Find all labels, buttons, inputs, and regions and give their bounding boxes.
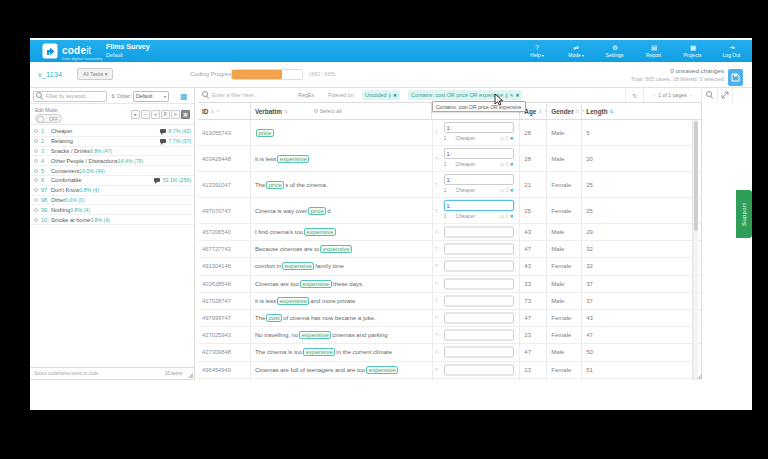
code-target-icon[interactable]: ◎ bbox=[500, 214, 504, 219]
code-select-radio[interactable] bbox=[34, 188, 38, 192]
code-target-icon[interactable]: ◎ bbox=[500, 188, 504, 193]
save-button[interactable] bbox=[728, 69, 743, 86]
table-row[interactable]: 413391047 The prices of the cinema. ⚐ 1:… bbox=[198, 172, 701, 198]
pause-filter-icon[interactable]: ∥ bbox=[389, 93, 391, 98]
code-entry-input[interactable]: 1: bbox=[444, 364, 514, 375]
nav-item[interactable]: ▤ Report bbox=[642, 44, 666, 59]
variable-link[interactable]: v_1134 bbox=[38, 70, 62, 79]
codeframe-tool-button[interactable]: ≡ bbox=[171, 110, 180, 119]
sort-icon[interactable]: ⇅ bbox=[284, 109, 288, 114]
table-row[interactable]: ⚐ 1: 1 Cheaper ◎0✖ bbox=[198, 379, 701, 380]
sort-icon-active[interactable]: ⇅ bbox=[610, 109, 614, 114]
select-all-radio[interactable] bbox=[314, 109, 318, 113]
codeframe-item[interactable]: 1 Cheaper 8.7% (42) bbox=[30, 127, 194, 137]
prev-page-icon[interactable]: ‹ bbox=[653, 92, 655, 98]
code-entry-input[interactable]: 1: bbox=[444, 122, 514, 133]
code-entry-input[interactable]: 1: bbox=[444, 261, 514, 272]
table-row[interactable]: 467727743 Because cinemas are to expensi… bbox=[198, 241, 701, 258]
flag-icon[interactable]: ⚐ bbox=[435, 281, 440, 287]
table-row[interactable]: 413055743 price ⚐ 1: 1 Cheaper ◎0✖ 28 Ma… bbox=[198, 120, 701, 146]
sort-icon[interactable]: ⇅ bbox=[210, 109, 214, 114]
flag-icon[interactable]: ⚐ bbox=[435, 182, 440, 188]
regex-label[interactable]: RegEx bbox=[298, 92, 314, 98]
expand-table-button[interactable] bbox=[717, 88, 733, 102]
flag-icon[interactable]: ⚐ bbox=[435, 229, 440, 235]
nav-item[interactable]: ⇄ Mode▾ bbox=[564, 44, 588, 59]
refresh-button[interactable]: ↻ bbox=[625, 88, 643, 102]
code-target-icon[interactable]: ◎ bbox=[500, 136, 504, 141]
column-header-verbatim[interactable]: Verbatim⇅ Select all bbox=[250, 103, 432, 119]
codeframe-tool-button[interactable]: ▸ bbox=[131, 110, 140, 119]
code-entry-input[interactable]: 1: bbox=[444, 200, 514, 211]
code-target-icon[interactable]: ◎ bbox=[500, 162, 504, 167]
tasks-dropdown-button[interactable]: All Tasks ▾ bbox=[77, 68, 113, 80]
resize-handle[interactable] bbox=[696, 373, 702, 379]
code-select-radio[interactable] bbox=[34, 159, 38, 163]
table-row[interactable]: 496454949 Cinemas are full of teenagers … bbox=[198, 362, 701, 379]
filter-chip-contains[interactable]: Contains: cost OR price OR expensive ∥ ✎… bbox=[408, 90, 522, 100]
codeframe-item[interactable]: 2 Relaxing 7.7% (37) bbox=[30, 137, 194, 147]
code-select-radio[interactable] bbox=[34, 169, 38, 173]
code-entry-input[interactable]: 1: bbox=[444, 295, 514, 306]
column-header-length[interactable]: Length⇅ bbox=[581, 103, 701, 119]
table-row[interactable]: 427309848 The cinema is too expensive in… bbox=[198, 344, 701, 361]
scrollbar-thumb[interactable] bbox=[694, 121, 698, 231]
edit-mode-toggle[interactable]: OFF bbox=[35, 114, 62, 123]
code-select-radio[interactable] bbox=[34, 198, 38, 202]
remove-code-icon[interactable]: ✖ bbox=[510, 136, 514, 141]
code-entry-input[interactable]: 1: bbox=[444, 174, 514, 185]
codeframe-item[interactable]: 4 Other People / Distractions 16.4% (79) bbox=[30, 156, 194, 166]
column-header-id[interactable]: ID⇅▼ bbox=[198, 103, 250, 119]
nav-item[interactable]: ⚙ Settings bbox=[603, 44, 627, 59]
code-entry-input[interactable]: 1: bbox=[444, 313, 514, 324]
codeframe-item[interactable]: 97 Don't Know 0.8% (4) bbox=[30, 186, 194, 196]
code-entry-input[interactable]: 1: bbox=[444, 347, 514, 358]
table-row[interactable]: 403428448 it is less expensive ⚐ 1: 1 Ch… bbox=[198, 146, 701, 172]
table-scrollbar[interactable] bbox=[692, 120, 698, 380]
search-table-button[interactable] bbox=[701, 88, 717, 102]
filter-icon[interactable]: ▼ bbox=[216, 109, 220, 113]
flag-icon[interactable]: ⚐ bbox=[435, 298, 440, 304]
code-entry-input[interactable]: 1: bbox=[444, 148, 514, 159]
sort-icon[interactable]: ⇅ bbox=[576, 109, 580, 114]
codeframe-item[interactable]: 5 Convenient 19.5% (94) bbox=[30, 166, 194, 176]
code-entry-input[interactable]: 1: bbox=[444, 244, 514, 255]
code-select-radio[interactable] bbox=[34, 149, 38, 153]
filter-chip-uncoded[interactable]: Uncoded ∥ ✖ bbox=[362, 90, 400, 100]
sort-icon[interactable]: ⇅ bbox=[538, 109, 542, 114]
table-row[interactable]: 491304146 comfort in expensive family ti… bbox=[198, 258, 701, 275]
table-row[interactable]: 417028747 it is less expensive and more … bbox=[198, 293, 701, 310]
code-select-radio[interactable] bbox=[34, 139, 38, 143]
remove-code-icon[interactable]: ✖ bbox=[510, 214, 514, 219]
pause-filter-icon[interactable]: ∥ bbox=[505, 93, 507, 98]
edit-filter-icon[interactable]: ✎ bbox=[510, 93, 514, 98]
flag-icon[interactable]: ⚐ bbox=[435, 315, 440, 321]
codeframe-item[interactable]: 10 Smoke at home 0.8% (4) bbox=[30, 215, 194, 225]
order-select[interactable]: Default▾ bbox=[133, 91, 169, 102]
remove-filter-icon[interactable]: ✖ bbox=[393, 93, 397, 98]
code-select-radio[interactable] bbox=[34, 129, 38, 133]
codeframe-item[interactable]: 6 Comfortable 53.1% (256) bbox=[30, 176, 194, 186]
table-filter-input[interactable] bbox=[212, 90, 290, 100]
flag-icon[interactable]: ⚐ bbox=[435, 332, 440, 338]
code-entry-input[interactable]: 1: bbox=[444, 330, 514, 341]
code-select-radio[interactable] bbox=[34, 218, 38, 222]
remove-filter-icon[interactable]: ✖ bbox=[515, 93, 519, 98]
nav-item[interactable]: ? Help▾ bbox=[525, 44, 549, 59]
flag-icon[interactable]: ⚐ bbox=[435, 208, 440, 214]
code-entry-input[interactable]: 1: bbox=[444, 227, 514, 238]
remove-code-icon[interactable]: ✖ bbox=[510, 162, 514, 167]
support-tab[interactable]: Support bbox=[736, 190, 752, 238]
codeframe-item[interactable]: 99 Nothing 0.8% (4) bbox=[30, 205, 194, 215]
codeframe-search-input[interactable] bbox=[46, 93, 104, 99]
flag-icon[interactable]: ⚐ bbox=[435, 130, 440, 136]
nav-item[interactable]: ⇥ Log Out bbox=[720, 44, 744, 59]
codeframe-tool-button[interactable]: F bbox=[161, 110, 170, 119]
table-row[interactable]: 497999747 The cost of cinema has now bec… bbox=[198, 310, 701, 327]
table-row[interactable]: 403628546 Cinemas are too expensive thes… bbox=[198, 276, 701, 293]
table-row[interactable]: 497070747 Cinema is way over price d ⚐ 1… bbox=[198, 198, 701, 224]
flag-icon[interactable]: ⚐ bbox=[435, 349, 440, 355]
next-page-icon[interactable]: › bbox=[690, 92, 692, 98]
table-row[interactable]: 427025943 No travelling, no expensive ci… bbox=[198, 327, 701, 344]
grid-view-icon[interactable]: ▦ bbox=[180, 92, 188, 101]
